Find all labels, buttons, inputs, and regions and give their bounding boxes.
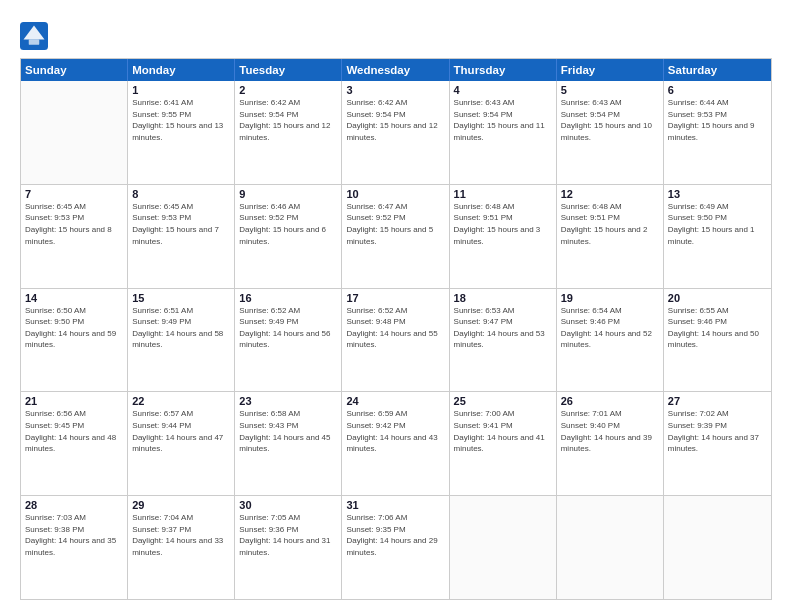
day-cell-5: 5Sunrise: 6:43 AMSunset: 9:54 PMDaylight… (557, 81, 664, 184)
calendar-header: SundayMondayTuesdayWednesdayThursdayFrid… (21, 59, 771, 81)
day-cell-2: 2Sunrise: 6:42 AMSunset: 9:54 PMDaylight… (235, 81, 342, 184)
day-cell-16: 16Sunrise: 6:52 AMSunset: 9:49 PMDayligh… (235, 289, 342, 392)
day-cell-empty-0-0 (21, 81, 128, 184)
day-cell-25: 25Sunrise: 7:00 AMSunset: 9:41 PMDayligh… (450, 392, 557, 495)
day-info: Sunrise: 6:48 AMSunset: 9:51 PMDaylight:… (561, 201, 659, 247)
day-cell-empty-4-4 (450, 496, 557, 599)
day-number: 22 (132, 395, 230, 407)
calendar-week-3: 14Sunrise: 6:50 AMSunset: 9:50 PMDayligh… (21, 289, 771, 393)
calendar-week-4: 21Sunrise: 6:56 AMSunset: 9:45 PMDayligh… (21, 392, 771, 496)
day-number: 17 (346, 292, 444, 304)
day-info: Sunrise: 6:58 AMSunset: 9:43 PMDaylight:… (239, 408, 337, 454)
day-info: Sunrise: 6:52 AMSunset: 9:48 PMDaylight:… (346, 305, 444, 351)
day-info: Sunrise: 7:02 AMSunset: 9:39 PMDaylight:… (668, 408, 767, 454)
day-number: 23 (239, 395, 337, 407)
day-cell-13: 13Sunrise: 6:49 AMSunset: 9:50 PMDayligh… (664, 185, 771, 288)
day-cell-8: 8Sunrise: 6:45 AMSunset: 9:53 PMDaylight… (128, 185, 235, 288)
header-cell-sunday: Sunday (21, 59, 128, 81)
day-info: Sunrise: 6:50 AMSunset: 9:50 PMDaylight:… (25, 305, 123, 351)
day-cell-24: 24Sunrise: 6:59 AMSunset: 9:42 PMDayligh… (342, 392, 449, 495)
day-number: 7 (25, 188, 123, 200)
header-cell-thursday: Thursday (450, 59, 557, 81)
day-info: Sunrise: 7:01 AMSunset: 9:40 PMDaylight:… (561, 408, 659, 454)
day-cell-empty-4-5 (557, 496, 664, 599)
day-cell-9: 9Sunrise: 6:46 AMSunset: 9:52 PMDaylight… (235, 185, 342, 288)
day-cell-22: 22Sunrise: 6:57 AMSunset: 9:44 PMDayligh… (128, 392, 235, 495)
day-number: 3 (346, 84, 444, 96)
day-info: Sunrise: 6:51 AMSunset: 9:49 PMDaylight:… (132, 305, 230, 351)
day-number: 14 (25, 292, 123, 304)
day-number: 20 (668, 292, 767, 304)
day-number: 12 (561, 188, 659, 200)
day-info: Sunrise: 6:43 AMSunset: 9:54 PMDaylight:… (454, 97, 552, 143)
day-info: Sunrise: 7:05 AMSunset: 9:36 PMDaylight:… (239, 512, 337, 558)
day-info: Sunrise: 6:59 AMSunset: 9:42 PMDaylight:… (346, 408, 444, 454)
day-cell-18: 18Sunrise: 6:53 AMSunset: 9:47 PMDayligh… (450, 289, 557, 392)
page-header (20, 18, 772, 50)
day-number: 2 (239, 84, 337, 96)
day-number: 25 (454, 395, 552, 407)
header-cell-friday: Friday (557, 59, 664, 81)
day-info: Sunrise: 6:53 AMSunset: 9:47 PMDaylight:… (454, 305, 552, 351)
day-cell-15: 15Sunrise: 6:51 AMSunset: 9:49 PMDayligh… (128, 289, 235, 392)
day-info: Sunrise: 6:55 AMSunset: 9:46 PMDaylight:… (668, 305, 767, 351)
day-info: Sunrise: 6:57 AMSunset: 9:44 PMDaylight:… (132, 408, 230, 454)
day-cell-28: 28Sunrise: 7:03 AMSunset: 9:38 PMDayligh… (21, 496, 128, 599)
day-number: 26 (561, 395, 659, 407)
day-cell-17: 17Sunrise: 6:52 AMSunset: 9:48 PMDayligh… (342, 289, 449, 392)
day-cell-21: 21Sunrise: 6:56 AMSunset: 9:45 PMDayligh… (21, 392, 128, 495)
logo-icon (20, 22, 48, 50)
day-cell-12: 12Sunrise: 6:48 AMSunset: 9:51 PMDayligh… (557, 185, 664, 288)
header-cell-wednesday: Wednesday (342, 59, 449, 81)
day-number: 28 (25, 499, 123, 511)
day-info: Sunrise: 6:44 AMSunset: 9:53 PMDaylight:… (668, 97, 767, 143)
day-cell-19: 19Sunrise: 6:54 AMSunset: 9:46 PMDayligh… (557, 289, 664, 392)
day-number: 10 (346, 188, 444, 200)
header-cell-tuesday: Tuesday (235, 59, 342, 81)
day-info: Sunrise: 6:42 AMSunset: 9:54 PMDaylight:… (239, 97, 337, 143)
day-info: Sunrise: 7:03 AMSunset: 9:38 PMDaylight:… (25, 512, 123, 558)
day-cell-10: 10Sunrise: 6:47 AMSunset: 9:52 PMDayligh… (342, 185, 449, 288)
day-number: 6 (668, 84, 767, 96)
day-number: 8 (132, 188, 230, 200)
day-info: Sunrise: 6:43 AMSunset: 9:54 PMDaylight:… (561, 97, 659, 143)
day-cell-1: 1Sunrise: 6:41 AMSunset: 9:55 PMDaylight… (128, 81, 235, 184)
day-cell-4: 4Sunrise: 6:43 AMSunset: 9:54 PMDaylight… (450, 81, 557, 184)
day-info: Sunrise: 6:47 AMSunset: 9:52 PMDaylight:… (346, 201, 444, 247)
calendar-week-1: 1Sunrise: 6:41 AMSunset: 9:55 PMDaylight… (21, 81, 771, 185)
day-cell-27: 27Sunrise: 7:02 AMSunset: 9:39 PMDayligh… (664, 392, 771, 495)
day-info: Sunrise: 6:48 AMSunset: 9:51 PMDaylight:… (454, 201, 552, 247)
day-cell-30: 30Sunrise: 7:05 AMSunset: 9:36 PMDayligh… (235, 496, 342, 599)
day-info: Sunrise: 6:42 AMSunset: 9:54 PMDaylight:… (346, 97, 444, 143)
header-cell-monday: Monday (128, 59, 235, 81)
day-cell-11: 11Sunrise: 6:48 AMSunset: 9:51 PMDayligh… (450, 185, 557, 288)
day-info: Sunrise: 6:56 AMSunset: 9:45 PMDaylight:… (25, 408, 123, 454)
day-number: 31 (346, 499, 444, 511)
day-cell-31: 31Sunrise: 7:06 AMSunset: 9:35 PMDayligh… (342, 496, 449, 599)
day-cell-14: 14Sunrise: 6:50 AMSunset: 9:50 PMDayligh… (21, 289, 128, 392)
day-info: Sunrise: 6:45 AMSunset: 9:53 PMDaylight:… (132, 201, 230, 247)
day-number: 21 (25, 395, 123, 407)
day-info: Sunrise: 7:04 AMSunset: 9:37 PMDaylight:… (132, 512, 230, 558)
day-number: 29 (132, 499, 230, 511)
day-cell-empty-4-6 (664, 496, 771, 599)
day-cell-29: 29Sunrise: 7:04 AMSunset: 9:37 PMDayligh… (128, 496, 235, 599)
day-number: 24 (346, 395, 444, 407)
day-info: Sunrise: 7:00 AMSunset: 9:41 PMDaylight:… (454, 408, 552, 454)
calendar-body: 1Sunrise: 6:41 AMSunset: 9:55 PMDaylight… (21, 81, 771, 599)
day-number: 5 (561, 84, 659, 96)
day-info: Sunrise: 6:41 AMSunset: 9:55 PMDaylight:… (132, 97, 230, 143)
day-cell-7: 7Sunrise: 6:45 AMSunset: 9:53 PMDaylight… (21, 185, 128, 288)
day-info: Sunrise: 6:54 AMSunset: 9:46 PMDaylight:… (561, 305, 659, 351)
header-cell-saturday: Saturday (664, 59, 771, 81)
day-number: 1 (132, 84, 230, 96)
day-cell-23: 23Sunrise: 6:58 AMSunset: 9:43 PMDayligh… (235, 392, 342, 495)
day-number: 18 (454, 292, 552, 304)
day-info: Sunrise: 6:45 AMSunset: 9:53 PMDaylight:… (25, 201, 123, 247)
day-cell-26: 26Sunrise: 7:01 AMSunset: 9:40 PMDayligh… (557, 392, 664, 495)
day-number: 11 (454, 188, 552, 200)
svg-rect-2 (29, 40, 40, 45)
day-cell-6: 6Sunrise: 6:44 AMSunset: 9:53 PMDaylight… (664, 81, 771, 184)
day-info: Sunrise: 6:52 AMSunset: 9:49 PMDaylight:… (239, 305, 337, 351)
day-number: 4 (454, 84, 552, 96)
